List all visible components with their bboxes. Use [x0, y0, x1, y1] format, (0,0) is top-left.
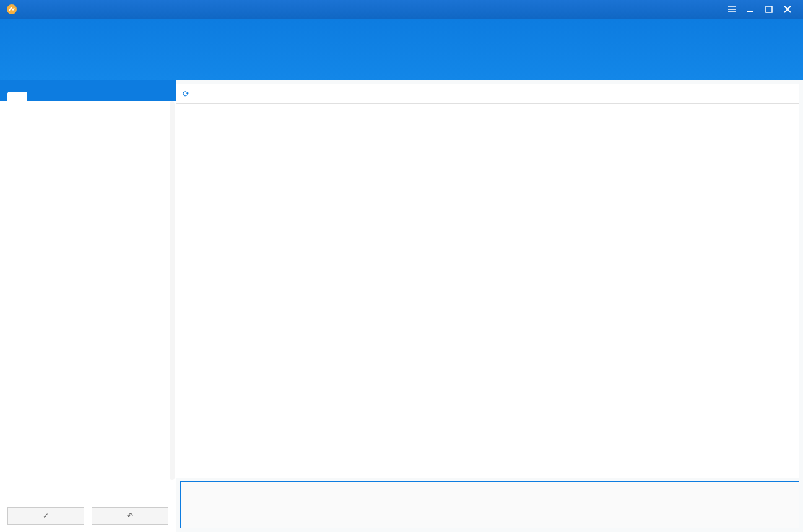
svg-rect-1: [766, 6, 772, 12]
close-button[interactable]: [778, 0, 797, 19]
col-free[interactable]: [419, 84, 474, 104]
col-type[interactable]: [542, 84, 648, 104]
col-fs[interactable]: [474, 84, 542, 104]
maximize-button[interactable]: [760, 0, 778, 19]
menu-icon[interactable]: [723, 0, 741, 19]
sidebar-scrollbar[interactable]: [170, 101, 175, 480]
col-status[interactable]: [648, 84, 799, 104]
refresh-icon[interactable]: ⟳: [183, 89, 189, 98]
disk-map: [180, 481, 799, 528]
pending-operations: [0, 480, 176, 500]
sidebar: ✓ ↶: [0, 80, 176, 532]
main-toolbar: [0, 19, 803, 80]
col-capacity[interactable]: [307, 84, 363, 104]
apply-button[interactable]: ✓: [7, 507, 84, 525]
tab-partition-manager[interactable]: [7, 92, 27, 101]
minimize-button[interactable]: [741, 0, 760, 19]
main-area: ⟳: [176, 80, 803, 532]
partition-table: ⟳: [176, 84, 799, 104]
col-partition[interactable]: [196, 84, 307, 104]
col-used[interactable]: [363, 84, 419, 104]
undo-button[interactable]: ↶: [92, 507, 168, 525]
svg-point-0: [7, 4, 17, 14]
sidebar-tabs: [0, 80, 176, 101]
app-logo-icon: [6, 4, 17, 15]
titlebar: [0, 0, 803, 19]
